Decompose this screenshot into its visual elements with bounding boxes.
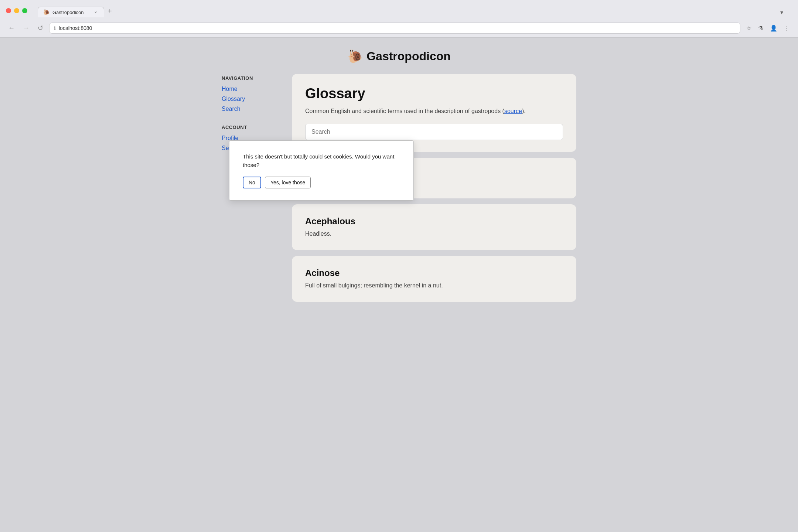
account-section-label: ACCOUNT — [222, 125, 292, 130]
tab-close-button[interactable]: × — [93, 9, 99, 15]
window-minimize-button[interactable] — [14, 8, 19, 13]
address-bar-row: ← → ↺ ℹ localhost:8080 ☆ ⚗ 👤 ⋮ — [0, 20, 798, 37]
experiments-button[interactable]: ⚗ — [756, 23, 765, 33]
cookie-no-button[interactable]: No — [243, 177, 261, 188]
site-header: 🐌 Gastropodicon — [0, 49, 798, 64]
address-field[interactable]: ℹ localhost:8080 — [49, 23, 740, 34]
window-controls — [6, 8, 27, 13]
browser-titlebar: 🐌 Gastropodicon × + ▾ — [0, 0, 798, 20]
bookmark-button[interactable]: ☆ — [744, 23, 754, 33]
address-url: localhost:8080 — [59, 25, 92, 31]
tab-title: Gastropodicon — [52, 10, 84, 15]
window-close-button[interactable] — [6, 8, 11, 13]
browser-chrome: 🐌 Gastropodicon × + ▾ ← → ↺ ℹ localhost:… — [0, 0, 798, 38]
term-title-acinose: Acinose — [305, 268, 563, 278]
lock-icon: ℹ — [54, 25, 56, 31]
cookie-yes-button[interactable]: Yes, love those — [265, 177, 311, 188]
profile-button[interactable]: 👤 — [768, 23, 780, 33]
search-input[interactable] — [305, 124, 563, 140]
site-logo-icon: 🐌 — [347, 49, 363, 64]
sidebar-item-home[interactable]: Home — [222, 84, 292, 94]
glossary-title: Glossary — [305, 86, 563, 102]
tab-bar: 🐌 Gastropodicon × + ▾ — [32, 5, 792, 17]
nav-section: NAVIGATION Home Glossary Search — [222, 75, 292, 114]
glossary-description: Common English and scientific terms used… — [305, 107, 563, 116]
active-tab[interactable]: 🐌 Gastropodicon × — [38, 7, 104, 17]
page-wrapper: 🐌 Gastropodicon NAVIGATION Home Glossary… — [0, 38, 798, 525]
glossary-description-end: ). — [522, 108, 526, 114]
forward-button[interactable]: → — [21, 23, 32, 34]
cookie-dialog: This site doesn't but totally could set … — [229, 140, 414, 201]
reload-button[interactable]: ↺ — [35, 23, 45, 34]
new-tab-button[interactable]: + — [104, 5, 116, 17]
window-maximize-button[interactable] — [22, 8, 27, 13]
term-definition-acinose: Full of small bulgings; resembling the k… — [305, 281, 563, 290]
menu-button[interactable]: ⋮ — [782, 23, 792, 33]
source-link[interactable]: source — [504, 108, 522, 114]
sidebar-item-glossary[interactable]: Glossary — [222, 94, 292, 104]
term-card-acephalous: Acephalous Headless. — [292, 204, 576, 250]
site-title: Gastropodicon — [366, 50, 451, 63]
glossary-description-text: Common English and scientific terms used… — [305, 108, 504, 114]
cookie-dialog-buttons: No Yes, love those — [243, 177, 400, 188]
cookie-dialog-message: This site doesn't but totally could set … — [243, 153, 400, 169]
term-card-acinose: Acinose Full of small bulgings; resembli… — [292, 256, 576, 302]
nav-section-label: NAVIGATION — [222, 75, 292, 81]
term-definition-acephalous: Headless. — [305, 229, 563, 238]
browser-actions: ☆ ⚗ 👤 ⋮ — [744, 23, 792, 33]
tab-dropdown-button[interactable]: ▾ — [777, 7, 786, 17]
sidebar-item-search[interactable]: Search — [222, 104, 292, 114]
term-title-acephalous: Acephalous — [305, 216, 563, 226]
back-button[interactable]: ← — [6, 23, 17, 34]
tab-favicon-icon: 🐌 — [43, 9, 50, 15]
